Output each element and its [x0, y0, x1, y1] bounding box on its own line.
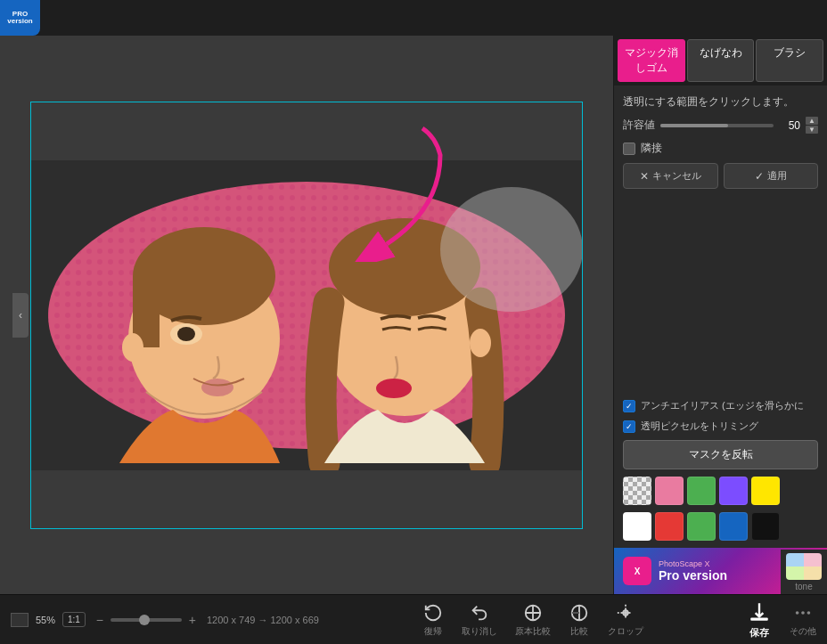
swatch-black[interactable] [751, 512, 780, 541]
action-compare-original[interactable]: 原本比較 [515, 602, 551, 638]
tone-badge[interactable]: tone [781, 550, 827, 594]
trim-checkbox[interactable] [623, 420, 635, 433]
tolerance-increment[interactable]: ▲ [806, 117, 818, 125]
adjacent-label: 隣接 [641, 141, 662, 156]
panel-description: 透明にする範囲をクリックします。 [623, 94, 818, 110]
adjacent-checkbox[interactable] [623, 143, 635, 155]
apply-icon: ✓ [755, 170, 764, 183]
zoom-percentage: 55% [36, 615, 55, 625]
zoom-controls: − + [93, 613, 200, 627]
tone-swatch-area [786, 553, 822, 580]
undo-icon [469, 602, 490, 624]
swatch-red[interactable] [655, 512, 684, 541]
action-compare[interactable]: 比較 [569, 602, 590, 638]
pro-corner[interactable]: PRO version [0, 0, 40, 36]
comic-image [30, 160, 583, 470]
crop-label: クロップ [608, 625, 643, 638]
swatch-green[interactable] [687, 477, 716, 505]
bottom-right: 保存 その他 [747, 599, 816, 640]
undo-label: 取り消し [462, 625, 497, 638]
canvas-bg: ‹ [12, 84, 601, 547]
cancel-icon: ✕ [640, 170, 649, 183]
svg-point-9 [177, 327, 195, 341]
tolerance-label: 許容値 [623, 118, 655, 133]
anti-alias-option: アンチエイリアス (エッジを滑らかに [623, 399, 818, 412]
swatch-white[interactable] [623, 512, 651, 541]
zoom-plus-button[interactable]: + [185, 613, 200, 627]
svg-point-10 [201, 379, 233, 396]
bottom-bar: 55% 1:1 − + 1200 x 749 → 1200 x 669 復帰 [0, 594, 827, 644]
action-crop[interactable]: クロップ [608, 602, 643, 638]
anti-alias-label: アンチエイリアス (エッジを滑らかに [641, 399, 804, 412]
restore-label: 復帰 [424, 625, 442, 638]
zoom-slider[interactable] [111, 618, 182, 622]
save-button[interactable]: 保存 [747, 599, 772, 640]
pro-text: PhotoScape X Pro version [659, 559, 786, 583]
color-swatches-row1 [623, 477, 818, 505]
tolerance-value: 50 [779, 119, 800, 132]
panel-bottom: アンチエイリアス (エッジを滑らかに 透明ピクセルをトリミング マスクを反転 [614, 392, 827, 548]
pro-logo: X [623, 557, 651, 585]
trim-label: 透明ピクセルをトリミング [641, 420, 758, 433]
canvas-thumbnail [11, 613, 29, 627]
swatch-transparent[interactable] [623, 477, 651, 505]
compare-label: 比較 [570, 625, 588, 638]
image-frame[interactable] [30, 102, 583, 529]
tolerance-decrement[interactable]: ▼ [806, 126, 818, 134]
more-label: その他 [790, 625, 816, 638]
tool-tabs: マジック消しゴム なげなわ ブラシ [614, 36, 827, 86]
svg-point-13 [470, 329, 491, 357]
cancel-button[interactable]: ✕ キャンセル [623, 163, 718, 189]
image-size: 1200 x 749 → 1200 x 669 [207, 615, 319, 625]
right-panel: マジック消しゴム なげなわ ブラシ 透明にする範囲をクリックします。 許容値 5… [613, 36, 827, 594]
apply-button[interactable]: ✓ 適用 [724, 163, 819, 189]
restore-icon [422, 602, 444, 624]
canvas-area[interactable]: ‹ [0, 36, 613, 594]
cancel-label: キャンセル [652, 169, 701, 183]
tab-lasso[interactable]: なげなわ [687, 39, 755, 82]
chevron-left-icon: ‹ [19, 309, 22, 322]
compare-original-icon [522, 602, 544, 624]
svg-point-7 [122, 333, 143, 362]
save-icon [747, 599, 772, 624]
action-restore[interactable]: 復帰 [422, 602, 444, 638]
tab-magic-eraser[interactable]: マジック消しゴム [618, 39, 685, 82]
compare-icon [569, 602, 590, 624]
svg-point-22 [801, 611, 805, 615]
crop-icon [615, 602, 636, 624]
swatch-blue[interactable] [719, 512, 748, 541]
svg-point-21 [796, 611, 799, 615]
zoom-slider-thumb [139, 615, 150, 625]
swatch-bright-green[interactable] [687, 512, 716, 541]
swatch-purple[interactable] [719, 477, 748, 505]
tolerance-row: 許容値 50 ▲ ▼ [623, 117, 818, 134]
tab-brush[interactable]: ブラシ [756, 39, 823, 82]
swatch-pink[interactable] [655, 477, 684, 505]
pro-title: Pro version [659, 568, 786, 583]
bottom-center: 復帰 取り消し 原本比較 [422, 602, 643, 638]
bottom-left: 55% 1:1 − + 1200 x 749 → 1200 x 669 [11, 612, 319, 627]
svg-point-15 [440, 187, 583, 312]
svg-rect-20 [750, 618, 768, 621]
tolerance-stepper: ▲ ▼ [806, 117, 818, 134]
action-row: ✕ キャンセル ✓ 適用 [623, 163, 818, 189]
left-collapse-tab[interactable]: ‹ [12, 293, 29, 338]
mask-reverse-button[interactable]: マスクを反転 [623, 440, 818, 469]
zoom-badge[interactable]: 1:1 [62, 612, 86, 627]
compare-original-label: 原本比較 [515, 625, 551, 638]
svg-point-14 [376, 379, 412, 398]
action-undo[interactable]: 取り消し [462, 602, 497, 638]
more-icon [792, 602, 814, 624]
main-area: ‹ マジック消しゴム なげなわ ブラシ 透明にする範囲をクリックします。 許容値… [0, 36, 827, 594]
anti-alias-checkbox[interactable] [623, 400, 635, 412]
save-label: 保存 [749, 626, 769, 640]
tolerance-slider[interactable] [660, 124, 774, 127]
arrow-indicator [351, 119, 458, 262]
more-button[interactable]: その他 [790, 602, 816, 638]
zoom-minus-button[interactable]: − [93, 613, 107, 627]
adjacent-row: 隣接 [623, 141, 818, 156]
swatch-yellow[interactable] [751, 477, 780, 505]
trim-option: 透明ピクセルをトリミング [623, 420, 818, 433]
tolerance-slider-fill [660, 124, 728, 127]
color-swatches-row2 [623, 512, 818, 541]
